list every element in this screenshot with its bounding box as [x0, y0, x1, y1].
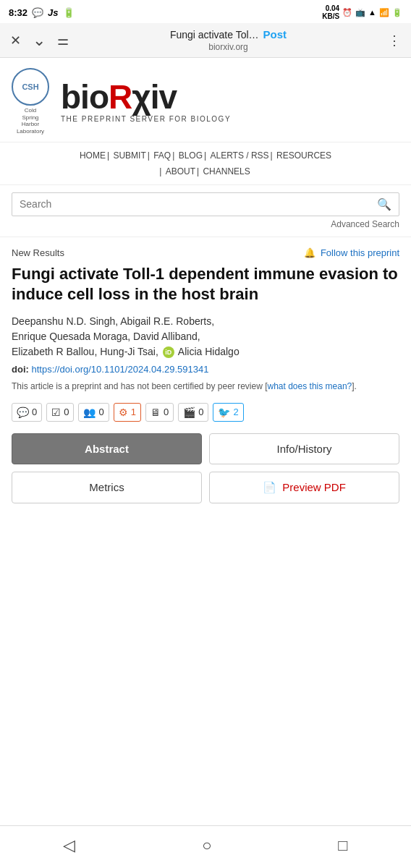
csh-fullname: Cold Spring Harbor Laboratory — [17, 107, 44, 135]
recent-button[interactable]: □ — [323, 833, 362, 858]
back-button[interactable]: ◁ — [48, 833, 90, 858]
stat-screen[interactable]: 🖥 0 — [145, 403, 174, 422]
site-header: CSH Cold Spring Harbor Laboratory bioRχi… — [0, 58, 411, 142]
search-icon: 🔍 — [377, 197, 391, 211]
home-button[interactable]: ○ — [187, 833, 226, 858]
abstract-button[interactable]: Abstract — [12, 433, 202, 464]
comment-icon: 💬 — [17, 407, 29, 418]
stat-media[interactable]: 🎬 0 — [178, 403, 208, 422]
nav-submit[interactable]: SUBMIT — [113, 150, 145, 161]
media-count: 0 — [198, 407, 203, 417]
info-history-button[interactable]: Info/History — [209, 433, 399, 464]
advanced-search-link[interactable]: Advanced Search — [12, 216, 399, 234]
pdf-icon: 📄 — [263, 481, 276, 493]
js-icon: Js — [48, 7, 58, 18]
twitter-icon: 🐦 — [218, 407, 230, 418]
stat-altmetric[interactable]: ⚙ 1 — [114, 403, 141, 422]
nav-resources[interactable]: RESOURCES — [276, 150, 331, 161]
nav-blog[interactable]: BLOG — [179, 150, 203, 161]
biorxiv-tagline: The Preprint Server for Biology — [61, 115, 231, 123]
csh-circle: CSH — [12, 68, 49, 106]
battery-full-icon: 🔋 — [392, 8, 402, 17]
nav-about[interactable]: ABOUT — [166, 166, 195, 176]
csh-logo: CSH Cold Spring Harbor Laboratory — [12, 68, 49, 135]
doi-link[interactable]: https://doi.org/10.1101/2024.04.29.59134… — [31, 364, 208, 375]
stat-check[interactable]: ☑ 0 — [46, 403, 74, 422]
nav-faq[interactable]: FAQ — [153, 150, 171, 161]
battery-icon: 🔋 — [63, 7, 75, 18]
altmetric-count: 1 — [131, 407, 136, 417]
post-label[interactable]: Post — [263, 27, 287, 42]
stat-twitter[interactable]: 🐦 2 — [213, 403, 243, 422]
twitter-count: 2 — [233, 407, 238, 417]
article-meta-row: New Results 🔔 Follow this preprint — [12, 247, 399, 258]
button-grid: Abstract Info/History Metrics 📄 Preview … — [12, 433, 399, 503]
screen-count: 0 — [164, 407, 169, 417]
stats-row: 💬 0 ☑ 0 👥 0 ⚙ 1 🖥 0 🎬 0 — [12, 403, 399, 422]
nav-home[interactable]: HOME — [80, 150, 106, 161]
comment-count: 0 — [32, 407, 37, 417]
status-left: 8:32 💬 Js 🔋 — [9, 7, 75, 18]
nav-channels[interactable]: CHANNELS — [203, 166, 250, 176]
site-nav: HOME| SUBMIT| FAQ| BLOG| ALERTS / RSS| R… — [0, 142, 411, 184]
screen-icon: 🖥 — [151, 407, 161, 418]
alarm-icon: ⏰ — [342, 8, 352, 17]
url-display: biorxiv.org — [208, 42, 247, 54]
signal-icon: 📶 — [379, 8, 389, 17]
status-right: 0.04KB/S ⏰ 📺 ▲ 📶 🔋 — [322, 4, 402, 20]
bell-icon: 🔔 — [304, 247, 315, 258]
dropdown-button[interactable]: ⌄ — [30, 30, 48, 51]
article-authors: Deepanshu N.D. Singh, Abigail R.E. Rober… — [12, 314, 399, 359]
metrics-button[interactable]: Metrics — [12, 472, 202, 503]
whatsapp-icon: 💬 — [32, 7, 43, 18]
settings-button[interactable]: ⚌ — [54, 31, 72, 50]
status-bar: 8:32 💬 Js 🔋 0.04KB/S ⏰ 📺 ▲ 📶 🔋 — [0, 0, 411, 23]
media-icon: 📺 — [355, 8, 365, 17]
nav-alerts[interactable]: ALERTS / RSS — [210, 150, 268, 161]
page-title-text: Fungi activate Tol… — [170, 28, 259, 41]
stat-comment[interactable]: 💬 0 — [12, 403, 42, 422]
article-type: New Results — [12, 247, 64, 258]
users-icon: 👥 — [83, 407, 96, 418]
orcid-icon: iD — [163, 346, 174, 358]
article-note: This article is a preprint and has not b… — [12, 380, 399, 393]
search-input[interactable] — [20, 198, 377, 210]
article-area: New Results 🔔 Follow this preprint Fungi… — [0, 237, 411, 514]
stat-users[interactable]: 👥 0 — [78, 403, 109, 422]
browser-chrome: ✕ ⌄ ⚌ Fungi activate Tol… Post biorxiv.o… — [0, 23, 411, 58]
users-count: 0 — [98, 407, 103, 417]
r-red: R — [109, 78, 132, 116]
altmetric-icon: ⚙ — [119, 407, 128, 418]
biorxiv-wordmark: bioRχiv — [61, 80, 177, 114]
data-speed: 0.04KB/S — [322, 4, 339, 20]
preview-pdf-button[interactable]: 📄 Preview PDF — [209, 472, 399, 503]
time-display: 8:32 — [9, 7, 27, 18]
article-doi: doi: https://doi.org/10.1101/2024.04.29.… — [12, 364, 399, 375]
more-button[interactable]: ⋮ — [385, 31, 404, 50]
follow-preprint-button[interactable]: 🔔 Follow this preprint — [304, 247, 399, 258]
peer-review-link[interactable]: what does this mean? — [268, 381, 352, 391]
article-title: Fungi activate Toll-1 dependent immune e… — [12, 264, 399, 305]
check-icon: ☑ — [51, 407, 61, 418]
close-button[interactable]: ✕ — [7, 31, 24, 50]
address-bar: Fungi activate Tol… Post biorxiv.org — [77, 27, 379, 53]
search-box: 🔍 — [12, 192, 399, 216]
search-area: 🔍 Advanced Search — [0, 185, 411, 237]
bottom-nav: ◁ ○ □ — [0, 825, 411, 868]
check-count: 0 — [64, 407, 69, 417]
wifi-icon: ▲ — [368, 8, 376, 17]
media-stat-icon: 🎬 — [183, 407, 195, 418]
biorxiv-logo: bioRχiv The Preprint Server for Biology — [61, 80, 231, 123]
page-content: CSH Cold Spring Harbor Laboratory bioRχi… — [0, 58, 411, 514]
